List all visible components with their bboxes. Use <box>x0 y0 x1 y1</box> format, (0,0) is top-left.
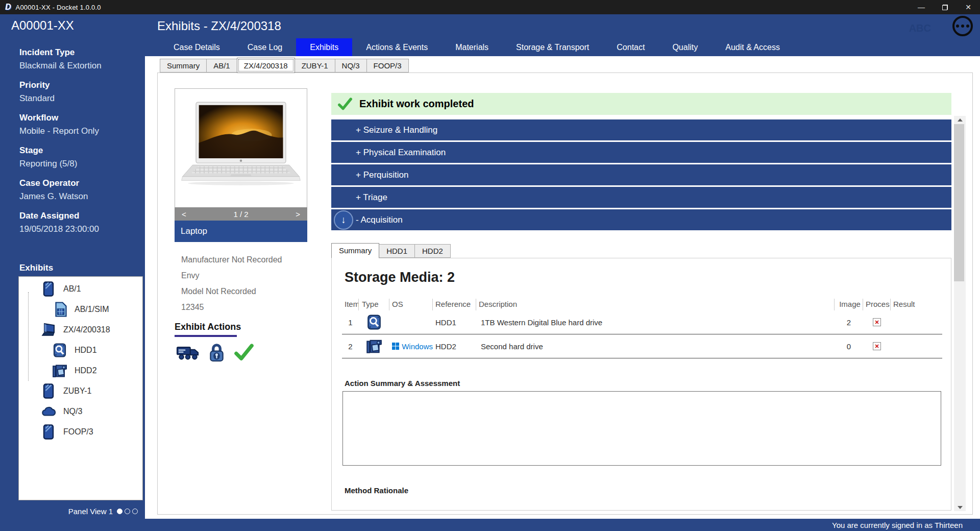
pager-next-button[interactable]: > <box>296 210 300 219</box>
tab-materials[interactable]: Materials <box>442 38 502 56</box>
field-label: Incident Type <box>19 46 102 59</box>
case-id: A00001-XX <box>11 18 74 33</box>
pager-prev-button[interactable]: < <box>182 210 186 219</box>
accordion-triage[interactable]: + Triage <box>331 187 951 208</box>
page-dot-active[interactable] <box>117 509 122 514</box>
subtab-foop3[interactable]: FOOP/3 <box>366 59 409 73</box>
field-case-operator: Case Operator James G. Watson <box>19 177 102 203</box>
window-controls: — ✕ <box>910 0 980 14</box>
field-label: Stage <box>19 144 102 157</box>
col-description: Description <box>476 299 835 310</box>
case-summary-fields: Incident Type Blackmail & Extortion Prio… <box>19 46 102 242</box>
padlock-icon[interactable] <box>208 342 225 363</box>
banner-text: Exhibit work completed <box>359 98 474 110</box>
os-name: Windows <box>402 342 433 351</box>
tree-item-label: NQ/3 <box>63 407 82 416</box>
panel-view-label: Panel View 1 <box>68 507 113 516</box>
red-x-checkbox: ✕ <box>873 342 881 350</box>
panel-view-switcher[interactable]: Panel View 1 <box>68 507 138 516</box>
signed-in-status: You are currently signed in as Thirteen <box>832 521 963 529</box>
main-nav-tabs: Case Details Case Log Exhibits Actions &… <box>160 38 794 56</box>
tree-item-hdd2[interactable]: HDD2 <box>19 360 142 381</box>
acqtab-hdd1[interactable]: HDD1 <box>379 244 415 258</box>
series-value: Envy <box>181 268 282 283</box>
col-os: OS <box>389 299 433 310</box>
cell-description: 1TB Western Digital Blue hard drive <box>476 318 835 327</box>
page-dot[interactable] <box>125 509 130 514</box>
cell-type <box>359 313 389 331</box>
scroll-down-arrow[interactable] <box>954 503 966 511</box>
col-reference: Reference <box>433 299 476 310</box>
work-completed-banner: Exhibit work completed <box>331 93 951 115</box>
subtab-summary[interactable]: Summary <box>160 59 207 73</box>
tab-contact[interactable]: Contact <box>603 38 658 56</box>
accordion-perquisition[interactable]: + Perquisition <box>331 164 951 185</box>
minimize-button[interactable]: — <box>910 0 933 14</box>
laptop-photo <box>178 100 304 197</box>
tree-item-zx4200318[interactable]: ZX/4/200318 <box>19 320 142 340</box>
accordion-physical-examination[interactable]: + Physical Examination <box>331 142 951 163</box>
action-summary-label: Action Summary & Assessment <box>345 379 460 388</box>
tab-storage-transport[interactable]: Storage & Transport <box>502 38 603 56</box>
subtab-nq3[interactable]: NQ/3 <box>335 59 367 73</box>
exhibit-actions-underline <box>175 335 237 337</box>
check-icon <box>337 98 353 111</box>
cell-processed: ✕ <box>863 318 891 326</box>
truck-icon[interactable] <box>176 344 200 361</box>
subtab-ab1[interactable]: AB/1 <box>206 59 237 73</box>
restore-icon <box>942 5 948 10</box>
acqtab-summary[interactable]: Summary <box>331 243 379 258</box>
restore-button[interactable] <box>933 0 957 14</box>
accordion-seizure-handling[interactable]: + Seizure & Handling <box>331 119 951 140</box>
cell-reference: HDD2 <box>433 342 476 351</box>
action-summary-input[interactable] <box>342 391 941 466</box>
tree-item-label: AB/1 <box>63 284 81 294</box>
field-priority: Priority Standard <box>19 79 102 105</box>
tree-item-nq3[interactable]: NQ/3 <box>19 401 142 422</box>
table-header-row: Item Type OS Reference Description Image… <box>342 299 942 310</box>
field-label: Workflow <box>19 111 102 125</box>
tab-actions-events[interactable]: Actions & Events <box>352 38 442 56</box>
pager-position: 1 / 2 <box>233 210 248 219</box>
phone-icon <box>40 383 57 399</box>
acqtab-hdd2[interactable]: HDD2 <box>414 244 451 258</box>
tree-item-zuby1[interactable]: ZUBY-1 <box>19 381 142 401</box>
method-rationale-label: Method Rationale <box>345 486 408 495</box>
cell-type <box>359 337 389 355</box>
page-dot[interactable] <box>132 509 138 514</box>
scrollbar-thumb[interactable] <box>954 124 964 281</box>
check-icon[interactable] <box>234 344 254 361</box>
tree-item-foop3[interactable]: FOOP/3 <box>19 422 142 442</box>
exhibits-tree-heading: Exhibits <box>19 263 53 273</box>
tree-item-label: FOOP/3 <box>63 427 93 437</box>
tree-item-ab1[interactable]: AB/1 <box>19 279 142 299</box>
tab-exhibits[interactable]: Exhibits <box>296 38 352 56</box>
more-options-ellipsis-icon[interactable] <box>952 16 973 36</box>
exhibits-tree: AB/1 AB/1/SIM ZX/4/200318 HDD1 HDD2 <box>19 277 142 442</box>
acquisition-summary-panel: Storage Media: 2 Item Type OS Reference … <box>331 258 951 511</box>
vertical-scrollbar[interactable] <box>954 116 966 511</box>
internal-drive-icon <box>52 363 68 379</box>
manufacturer-value: Manufacturer Not Recorded <box>181 252 282 268</box>
exhibit-photo-frame <box>175 88 307 208</box>
cloud-icon <box>40 403 57 420</box>
tab-audit-access[interactable]: Audit & Access <box>712 38 794 56</box>
table-row[interactable]: 1 HDD1 1TB Western Digital Blue hard dri… <box>342 310 942 334</box>
tab-case-details[interactable]: Case Details <box>160 38 234 56</box>
col-processed: Proces <box>863 299 891 310</box>
tab-case-log[interactable]: Case Log <box>234 38 297 56</box>
table-row[interactable]: 2 Windows HDD2 Second hard drive 0 <box>342 334 942 358</box>
col-item: Item <box>342 299 359 310</box>
sim-card-icon <box>52 301 68 318</box>
model-value: Model Not Recorded <box>181 283 282 299</box>
field-label: Date Assigned <box>19 209 102 223</box>
accordion-label: - Acquisition <box>356 215 403 225</box>
close-button[interactable]: ✕ <box>957 0 980 14</box>
subtab-zx4200318[interactable]: ZX/4/200318 <box>237 58 295 73</box>
tab-quality[interactable]: Quality <box>658 38 712 56</box>
subtab-zuby1[interactable]: ZUBY-1 <box>295 59 335 73</box>
accordion-acquisition[interactable]: ↓ - Acquisition <box>331 209 951 230</box>
scroll-up-arrow[interactable] <box>954 116 966 124</box>
tree-item-ab1sim[interactable]: AB/1/SIM <box>19 299 142 320</box>
tree-item-hdd1[interactable]: HDD1 <box>19 340 142 360</box>
